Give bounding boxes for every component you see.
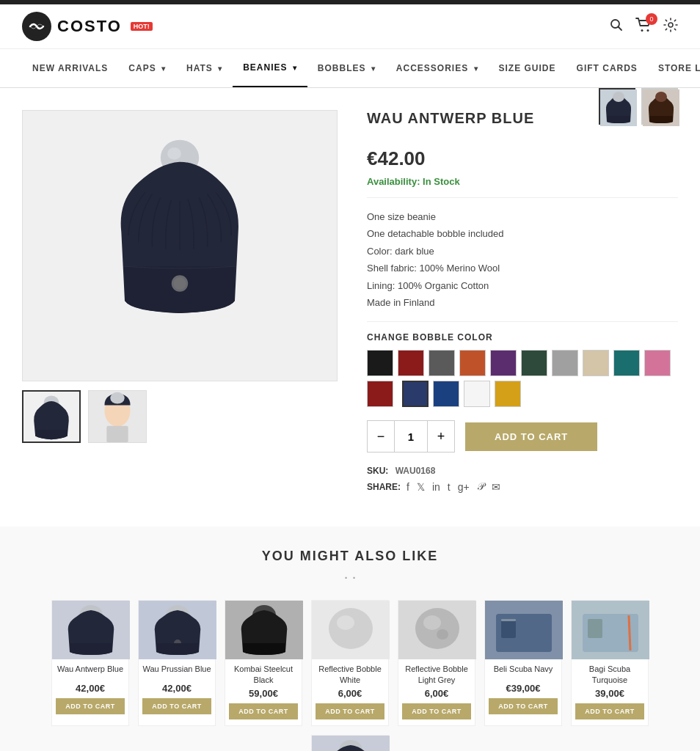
variant-blue[interactable] xyxy=(599,88,635,125)
rec-card-7: Bagi Scuba Turquoise 39,00€ ADD TO CART xyxy=(571,600,649,726)
nav-beanies[interactable]: BEANIES ▾ xyxy=(233,49,307,87)
swatch-grey[interactable] xyxy=(552,350,578,376)
rec-image-7 xyxy=(572,601,649,659)
thumbnail-list xyxy=(22,390,338,443)
rec-grid: Wau Antwerp Blue 42,00€ ADD TO CART Wau … xyxy=(22,600,678,751)
nav-accessories[interactable]: ACCESSORIES ▾ xyxy=(386,50,489,87)
googleplus-icon[interactable]: g+ xyxy=(458,481,470,493)
bobble-color-label: CHANGE BOBBLE COLOR xyxy=(367,332,678,342)
rec-add-btn-7[interactable]: ADD TO CART xyxy=(575,703,644,719)
cart-count: 0 xyxy=(646,13,657,25)
svg-line-36 xyxy=(629,615,630,651)
rec-price-3: 59,00€ xyxy=(225,688,302,699)
nav-caps[interactable]: CAPS ▾ xyxy=(118,50,176,87)
variant-dark[interactable] xyxy=(641,88,678,125)
svg-point-25 xyxy=(337,615,354,630)
product-variants xyxy=(599,88,678,125)
rec-card-8: Wau Antwerp Blue 42,00€ ADD TO CART xyxy=(311,735,389,751)
nav-new-arrivals[interactable]: NEW ARRIVALS xyxy=(22,50,118,87)
rec-add-btn-1[interactable]: ADD TO CART xyxy=(56,698,125,714)
linkedin-icon[interactable]: in xyxy=(432,481,440,493)
tumblr-icon[interactable]: t xyxy=(448,481,451,493)
qty-decrease[interactable]: − xyxy=(368,421,394,452)
svg-point-28 xyxy=(437,629,448,640)
twitter-icon[interactable]: 𝕏 xyxy=(417,481,425,493)
rec-dots: · · xyxy=(22,568,678,585)
swatch-red[interactable] xyxy=(367,381,393,407)
nav-gift-cards[interactable]: GIFT CARDS xyxy=(566,50,648,87)
rec-image-2 xyxy=(139,601,216,659)
svg-point-14 xyxy=(110,392,125,404)
settings-icon[interactable] xyxy=(663,18,678,36)
cart-row: − + ADD TO CART xyxy=(367,420,678,453)
rec-add-btn-2[interactable]: ADD TO CART xyxy=(142,698,211,714)
svg-point-4 xyxy=(647,29,649,32)
swatch-black[interactable] xyxy=(367,350,393,376)
rec-add-btn-3[interactable]: ADD TO CART xyxy=(229,703,298,719)
swatch-purple[interactable] xyxy=(490,350,517,376)
swatch-pink[interactable] xyxy=(644,350,671,376)
swatch-yellow[interactable] xyxy=(495,381,521,407)
availability-value: In Stock xyxy=(423,176,460,187)
swatch-beige[interactable] xyxy=(583,350,609,376)
main-product-image xyxy=(22,110,338,381)
availability: Availability: In Stock xyxy=(367,176,678,187)
swatch-white[interactable] xyxy=(464,381,490,407)
thumbnail-1[interactable] xyxy=(22,390,81,443)
header-icons: 0 xyxy=(609,18,678,36)
rec-name-4: Reflective Bobble White xyxy=(312,659,388,686)
svg-point-7 xyxy=(167,147,181,160)
nav-store-locator[interactable]: STORE LOCATOR xyxy=(648,50,700,87)
product-title: WAU ANTWERP BLUE xyxy=(367,110,534,127)
cart-icon[interactable]: 0 xyxy=(635,18,652,36)
svg-rect-35 xyxy=(588,619,602,638)
swatch-dark-green[interactable] xyxy=(521,350,547,376)
share-row: SHARE: f 𝕏 in t g+ 𝒫 ✉ xyxy=(367,480,678,493)
rec-price-4: 6,00€ xyxy=(312,688,388,699)
qty-increase[interactable]: + xyxy=(428,421,454,452)
quantity-input[interactable] xyxy=(394,421,428,452)
swatch-teal[interactable] xyxy=(613,350,640,376)
quantity-control: − + xyxy=(367,420,455,453)
product-price: €42.00 xyxy=(367,147,678,170)
swatch-orange[interactable] xyxy=(459,350,486,376)
add-to-cart-button[interactable]: ADD TO CART xyxy=(465,422,597,451)
svg-rect-31 xyxy=(501,619,516,638)
swatch-dark-grey[interactable] xyxy=(429,350,455,376)
rec-title: YOU MIGHT ALSO LIKE xyxy=(22,549,678,564)
svg-point-17 xyxy=(613,92,624,102)
nav-hats[interactable]: HATS ▾ xyxy=(176,50,233,87)
pinterest-icon[interactable]: 𝒫 xyxy=(477,480,484,493)
rec-name-3: Kombai Steelcut Black xyxy=(225,659,302,686)
rec-card-2: Wau Prussian Blue 42,00€ ADD TO CART xyxy=(138,600,216,726)
product-section: WAU ANTWERP BLUE xyxy=(0,88,700,512)
rec-image-4 xyxy=(312,601,390,659)
product-images xyxy=(22,110,338,497)
detail-2: One detachable bobble included xyxy=(367,225,678,242)
divider-2 xyxy=(367,321,678,322)
header: COSTO HOT! 0 xyxy=(0,4,700,49)
share-label: SHARE: xyxy=(367,482,401,492)
email-icon[interactable]: ✉ xyxy=(492,481,500,493)
nav-bobbles[interactable]: BOBBLES ▾ xyxy=(307,50,386,87)
rec-price-7: 39,00€ xyxy=(572,688,648,699)
rec-image-6 xyxy=(485,601,563,659)
logo[interactable]: COSTO HOT! xyxy=(22,12,153,41)
sku-label: SKU: xyxy=(367,466,388,476)
divider-1 xyxy=(367,197,678,198)
svg-point-5 xyxy=(668,23,673,27)
facebook-icon[interactable]: f xyxy=(406,481,409,493)
nav-size-guide[interactable]: SIZE GUIDE xyxy=(489,50,566,87)
rec-price-2: 42,00€ xyxy=(139,683,215,694)
swatch-blue[interactable] xyxy=(433,381,459,407)
rec-name-5: Reflective Bobble Light Grey xyxy=(398,659,475,686)
search-icon[interactable] xyxy=(609,18,624,36)
availability-label: Availability: xyxy=(367,176,420,187)
svg-point-3 xyxy=(641,29,644,32)
swatch-dark-red[interactable] xyxy=(398,350,424,376)
rec-add-btn-5[interactable]: ADD TO CART xyxy=(402,703,471,719)
rec-add-btn-6[interactable]: ADD TO CART xyxy=(489,698,558,714)
swatch-navy[interactable] xyxy=(402,381,429,407)
thumbnail-2[interactable] xyxy=(88,390,147,443)
rec-add-btn-4[interactable]: ADD TO CART xyxy=(316,703,384,719)
